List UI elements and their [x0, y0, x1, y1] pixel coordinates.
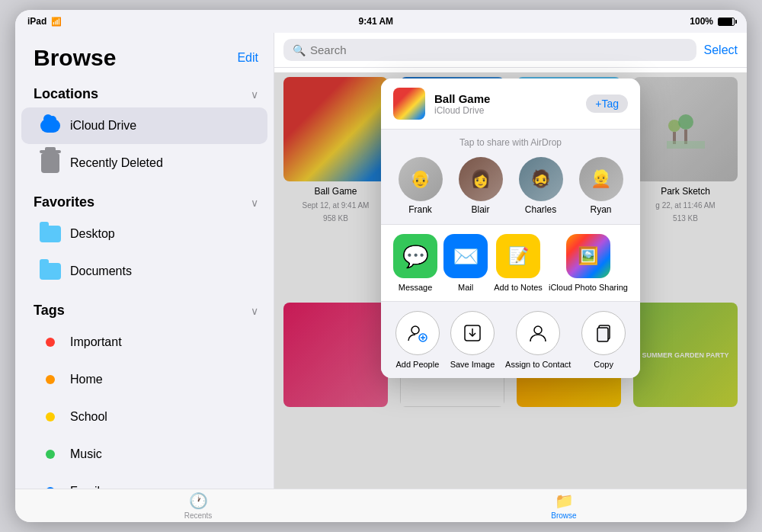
svg-point-16	[411, 326, 419, 334]
notes-icon: 📝	[496, 234, 540, 278]
locations-chevron-icon[interactable]: ∨	[251, 88, 258, 101]
person-charles[interactable]: 🧔 Charles	[519, 157, 563, 215]
school-label: School	[70, 410, 107, 424]
frank-avatar: 👴	[399, 157, 443, 201]
action-add-people[interactable]: Add People	[395, 311, 440, 369]
action-assign-contact[interactable]: Assign to Contact	[505, 311, 571, 369]
tag-button[interactable]: +Tag	[586, 95, 628, 113]
share-file-location: iCloud Drive	[434, 105, 577, 116]
sidebar-header: Browse Edit	[15, 39, 274, 74]
blair-avatar: 👩	[459, 157, 503, 201]
browse-title: Browse	[34, 45, 116, 71]
favorites-section-header: Favorites ∨	[15, 182, 274, 215]
music-label: Music	[70, 447, 102, 461]
share-file-info: Ball Game iCloud Drive	[434, 92, 577, 116]
action-add-to-notes[interactable]: 📝 Add to Notes	[494, 234, 543, 292]
dot-yellow-icon	[40, 406, 61, 428]
important-label: Important	[70, 335, 122, 349]
sidebar-item-music[interactable]: Music	[21, 436, 267, 473]
sidebar-item-recently-deleted[interactable]: Recently Deleted	[21, 145, 267, 181]
recently-deleted-label: Recently Deleted	[70, 156, 163, 170]
locations-section-header: Locations ∨	[15, 74, 274, 107]
sidebar-item-documents[interactable]: Documents	[21, 253, 267, 290]
family-label: Family	[70, 485, 106, 489]
ryan-avatar: 👱	[579, 157, 623, 201]
recents-icon: 🕐	[189, 492, 208, 510]
mail-icon: ✉️	[443, 234, 488, 278]
dot-blue-icon	[40, 481, 61, 489]
locations-title: Locations	[34, 86, 98, 102]
message-label: Message	[399, 283, 433, 292]
browse-label: Browse	[551, 511, 576, 520]
recents-label: Recents	[184, 511, 213, 520]
person-ryan[interactable]: 👱 Ryan	[579, 157, 623, 215]
browse-icon: 📁	[555, 492, 574, 510]
icloud-photo-sharing-label: iCloud Photo Sharing	[549, 283, 628, 292]
action-mail[interactable]: ✉️ Mail	[443, 234, 488, 292]
share-file-name: Ball Game	[434, 92, 577, 105]
add-to-notes-label: Add to Notes	[494, 283, 543, 292]
share-file-thumb	[393, 88, 425, 120]
favorites-chevron-icon[interactable]: ∨	[251, 197, 258, 209]
tags-section-header: Tags ∨	[15, 290, 274, 323]
right-panel: 🔍 Select Ball Game Sept 12, at 9:41 AM 9…	[274, 33, 747, 489]
tab-browse[interactable]: 📁 Browse	[381, 492, 747, 520]
photos-icon: 🖼️	[566, 234, 610, 278]
svg-rect-24	[597, 328, 608, 341]
share-app-actions-row: 💬 Message ✉️ Mail 📝 Add to Notes 🖼️	[381, 224, 640, 301]
tags-title: Tags	[34, 303, 65, 319]
action-copy[interactable]: Copy	[581, 311, 626, 369]
copy-label: Copy	[594, 360, 613, 369]
airdrop-people-row: 👴 Frank 👩 Blair 🧔	[381, 152, 640, 224]
battery-icon	[718, 18, 735, 26]
mail-label: Mail	[458, 283, 473, 292]
sidebar-item-home[interactable]: Home	[21, 361, 267, 398]
documents-label: Documents	[70, 264, 132, 278]
blair-name: Blair	[471, 204, 489, 215]
add-people-label: Add People	[395, 360, 439, 369]
status-time: 9:41 AM	[359, 16, 394, 27]
svg-point-22	[534, 326, 542, 334]
dot-green-icon	[40, 444, 61, 465]
status-left: iPad 📶	[27, 16, 62, 27]
person-frank[interactable]: 👴 Frank	[399, 157, 443, 215]
dot-orange-icon	[40, 369, 61, 390]
trash-icon	[40, 152, 61, 174]
tab-bar: 🕐 Recents 📁 Browse	[15, 489, 747, 522]
battery-percent: 100%	[690, 16, 713, 27]
sidebar-item-icloud-drive[interactable]: iCloud Drive	[21, 107, 267, 144]
status-right: 100%	[690, 16, 735, 27]
icloud-icon	[40, 115, 61, 136]
desktop-label: Desktop	[70, 227, 115, 241]
select-button[interactable]: Select	[704, 43, 738, 57]
copy-icon	[581, 311, 626, 355]
frank-name: Frank	[408, 204, 432, 215]
action-save-image[interactable]: Save Image	[450, 311, 495, 369]
sidebar-item-school[interactable]: School	[21, 399, 267, 435]
search-icon: 🔍	[293, 44, 306, 56]
sidebar-item-family[interactable]: Family	[21, 473, 267, 489]
charles-avatar: 🧔	[519, 157, 563, 201]
tab-recents[interactable]: 🕐 Recents	[15, 492, 381, 520]
folder-icon-documents	[40, 261, 61, 282]
action-icloud-photo-sharing[interactable]: 🖼️ iCloud Photo Sharing	[549, 234, 628, 292]
sidebar-item-important[interactable]: Important	[21, 324, 267, 361]
edit-button[interactable]: Edit	[237, 51, 258, 65]
assign-contact-icon	[516, 311, 560, 355]
assign-contact-label: Assign to Contact	[505, 360, 571, 369]
search-input-wrap[interactable]: 🔍	[283, 39, 696, 61]
tags-chevron-icon[interactable]: ∨	[251, 305, 258, 317]
favorites-title: Favorites	[34, 194, 94, 210]
action-message[interactable]: 💬 Message	[393, 234, 437, 292]
person-blair[interactable]: 👩 Blair	[459, 157, 503, 215]
sidebar: Browse Edit Locations ∨ iCloud Drive Rec…	[15, 33, 274, 489]
home-label: Home	[70, 373, 103, 386]
search-input[interactable]	[310, 43, 687, 56]
sidebar-item-desktop[interactable]: Desktop	[21, 216, 267, 252]
share-more-actions-row: Add People Save Image Assi	[381, 301, 640, 378]
airdrop-label: Tap to share with AirDrop	[381, 130, 640, 152]
ryan-name: Ryan	[590, 204, 611, 215]
share-header: Ball Game iCloud Drive +Tag	[381, 79, 640, 130]
share-overlay: Ball Game iCloud Drive +Tag Tap to share…	[274, 72, 747, 489]
search-bar-row: 🔍 Select	[274, 33, 747, 68]
